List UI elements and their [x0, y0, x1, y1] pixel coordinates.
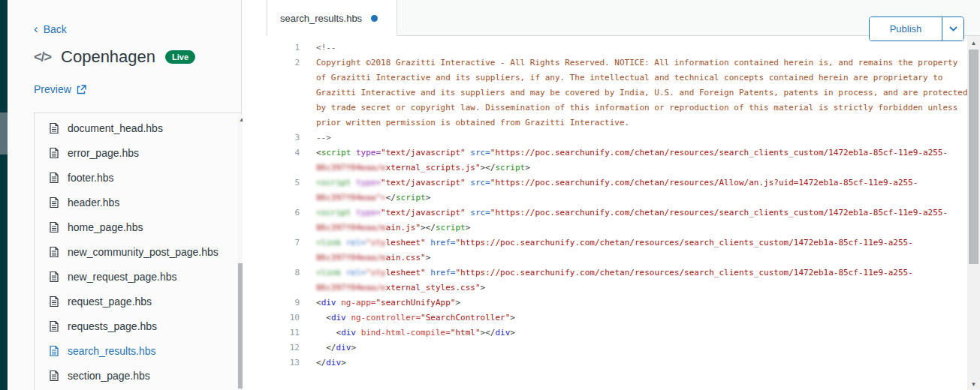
- file-name: section_page.hbs: [68, 370, 150, 382]
- file-item[interactable]: search_results.hbs: [35, 338, 242, 363]
- code-area[interactable]: 1<!--2Copyright ©2018 Grazitti Interacti…: [243, 36, 967, 390]
- code-line-text: <link rel="stylesheet" href="https://poc…: [300, 236, 913, 250]
- code-line-text: 86c397f04eaa/main.css">: [300, 250, 430, 266]
- code-line-text: 86c397f04eaa/main.js"></script>: [300, 220, 470, 236]
- code-line[interactable]: 86c397f04eaa/main.js"></script>: [243, 220, 967, 236]
- publish-button[interactable]: Publish: [870, 17, 942, 40]
- file-item[interactable]: error_page.hbs: [35, 140, 242, 165]
- external-link-icon: [77, 85, 86, 94]
- code-line[interactable]: 13</div>: [243, 356, 967, 370]
- file-name: new_community_post_page.hbs: [68, 246, 219, 258]
- code-line-text: prior written permission is obtained fro…: [300, 116, 629, 130]
- code-line[interactable]: prior written permission is obtained fro…: [243, 116, 967, 130]
- code-line-text: </div>: [300, 356, 346, 370]
- code-line[interactable]: 86c397f04eaa"></script>: [243, 190, 967, 206]
- tab-search-results[interactable]: search_results.hbs: [267, 0, 397, 36]
- code-line-text: Grazitti Interactive and its suppliers a…: [300, 86, 968, 100]
- code-line[interactable]: 86c397f04eaa/external_styles.css">: [243, 280, 967, 296]
- document-icon: [48, 122, 60, 134]
- code-line[interactable]: 7<link rel="stylesheet" href="https://po…: [243, 236, 967, 250]
- chevron-left-icon: ‹: [34, 24, 38, 34]
- line-number: 8: [243, 266, 300, 280]
- line-number: 10: [243, 310, 300, 326]
- line-number: [243, 100, 300, 116]
- code-line[interactable]: 5<script type="text/javascript" src="htt…: [243, 176, 967, 190]
- code-line-text: 86c397f04eaa"></script>: [300, 190, 430, 206]
- line-number: [243, 86, 300, 100]
- code-line-text: 86c397f04eaa/external_styles.css">: [300, 280, 485, 296]
- document-icon: [48, 345, 60, 357]
- code-line[interactable]: 9<div ng-app="searchUnifyApp">: [243, 296, 967, 310]
- code-line[interactable]: 6<script type="text/javascript" src="htt…: [243, 206, 967, 220]
- publish-split-button: Publish: [869, 16, 964, 41]
- code-line[interactable]: 86c397f04eaa/main.css">: [243, 250, 967, 266]
- line-number: [243, 280, 300, 296]
- code-line[interactable]: by trade secret or copyright law. Dissem…: [243, 100, 967, 116]
- left-rail-scrollbar[interactable]: [0, 0, 8, 390]
- file-name: footer.hbs: [68, 172, 114, 184]
- file-item[interactable]: new_request_page.hbs: [35, 264, 242, 289]
- preview-link[interactable]: Preview: [34, 83, 86, 95]
- back-link[interactable]: ‹ Back: [34, 23, 67, 35]
- file-item[interactable]: footer.hbs: [35, 165, 242, 190]
- code-line[interactable]: Grazitti Interactive and its suppliers a…: [243, 86, 967, 100]
- code-line[interactable]: of Grazitti Interactive and its supplier…: [243, 70, 967, 86]
- line-number: 5: [243, 176, 300, 190]
- code-line-text: <div ng-controller="SearchController">: [300, 310, 515, 326]
- line-number: 13: [243, 356, 300, 370]
- file-item[interactable]: section_page.hbs: [35, 363, 242, 388]
- document-icon: [48, 320, 60, 332]
- line-number: 4: [243, 146, 300, 160]
- code-line[interactable]: 86c397f04eaa/external_scripts.js"></scri…: [243, 160, 967, 176]
- code-line[interactable]: 2Copyright ©2018 Grazitti Interactive - …: [243, 56, 967, 70]
- line-number: [243, 250, 300, 266]
- code-line-text: Copyright ©2018 Grazitti Interactive - A…: [300, 56, 957, 70]
- line-number: 7: [243, 236, 300, 250]
- document-icon: [48, 221, 60, 233]
- code-line-text: of Grazitti Interactive and its supplier…: [300, 70, 942, 86]
- code-line[interactable]: 8<link rel="stylesheet" href="https://po…: [243, 266, 967, 280]
- code-scrollbar-thumb[interactable]: [969, 50, 978, 264]
- code-scrollbar[interactable]: ▲ ▼: [967, 36, 980, 390]
- code-line-text: <!--: [300, 40, 336, 56]
- file-item[interactable]: home_page.hbs: [35, 214, 242, 239]
- line-number: [243, 160, 300, 176]
- file-name: request_page.hbs: [68, 296, 152, 308]
- file-item[interactable]: request_page.hbs: [35, 289, 242, 314]
- code-line[interactable]: 12 </div>: [243, 340, 967, 356]
- editor-pane: search_results.hbs Publish 1<!--2Copyrig…: [243, 0, 980, 390]
- code-line-text: <link rel="stylesheet" href="https://poc…: [300, 266, 913, 280]
- line-number: [243, 70, 300, 86]
- code-line-text: <div ng-app="searchUnifyApp">: [300, 296, 460, 310]
- code-line-text: 86c397f04eaa/external_scripts.js"></scri…: [300, 160, 530, 176]
- scroll-up-arrow-icon[interactable]: ▲: [967, 40, 980, 46]
- document-icon: [48, 296, 60, 308]
- line-number: 9: [243, 296, 300, 310]
- tab-filename: search_results.hbs: [280, 13, 362, 24]
- code-line[interactable]: 1<!--: [243, 40, 967, 56]
- file-item[interactable]: requests_page.hbs: [35, 314, 242, 338]
- code-line[interactable]: 11 <div bind-html-compile="html"></div>: [243, 326, 967, 340]
- publish-dropdown-button[interactable]: [942, 17, 963, 40]
- line-number: [243, 190, 300, 206]
- file-name: document_head.hbs: [68, 122, 163, 134]
- file-item[interactable]: new_community_post_page.hbs: [35, 239, 242, 264]
- code-line[interactable]: 4<script type="text/javascript" src="htt…: [243, 146, 967, 160]
- file-item[interactable]: header.hbs: [35, 190, 242, 214]
- file-list-panel: document_head.hbserror_page.hbsfooter.hb…: [34, 112, 242, 390]
- scroll-down-arrow-icon[interactable]: ▼: [967, 381, 980, 388]
- code-line-text: <script type="text/javascript" src="http…: [300, 146, 948, 160]
- file-name: search_results.hbs: [68, 345, 156, 357]
- left-rail-scrollbar-thumb[interactable]: [0, 112, 8, 154]
- file-name: requests_page.hbs: [68, 320, 157, 332]
- document-icon: [48, 147, 60, 159]
- code-line-text: by trade secret or copyright law. Dissem…: [300, 100, 957, 116]
- code-brackets-icon: </>: [34, 50, 51, 65]
- code-line[interactable]: 3-->: [243, 130, 967, 146]
- file-name: home_page.hbs: [68, 221, 143, 233]
- code-line-text: -->: [300, 130, 331, 146]
- document-icon: [48, 246, 60, 258]
- code-line[interactable]: 10 <div ng-controller="SearchController"…: [243, 310, 967, 326]
- file-item[interactable]: document_head.hbs: [35, 116, 242, 140]
- code-line-text: </div>: [300, 340, 356, 356]
